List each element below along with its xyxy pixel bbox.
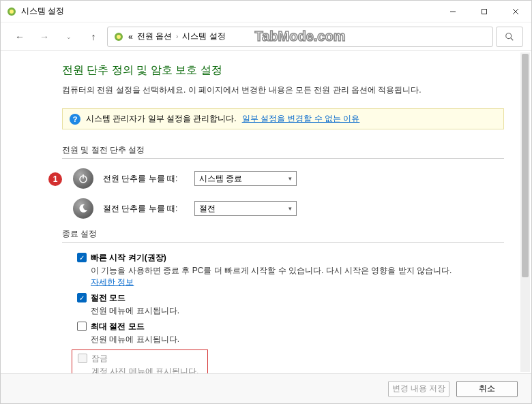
sleep-mode-item: ✓ 절전 모드 [62, 292, 504, 304]
app-icon [6, 6, 17, 17]
fast-startup-label: 빠른 시작 켜기(권장) [91, 253, 166, 262]
up-button[interactable]: ↑ [83, 26, 104, 48]
lock-checkbox [78, 354, 87, 363]
page-title: 전원 단추 정의 및 암호 보호 설정 [62, 63, 504, 78]
forward-button[interactable]: → [33, 26, 55, 48]
search-box[interactable] [496, 27, 523, 47]
sleep-mode-checkbox[interactable]: ✓ [77, 293, 87, 302]
breadcrumb[interactable]: « 전원 옵션 › 시스템 설정 TabMode.com [107, 27, 493, 47]
vertical-scrollbar[interactable] [520, 52, 530, 372]
chevron-down-icon: ▾ [289, 175, 292, 182]
content-area: 전원 단추 정의 및 암호 보호 설정 컴퓨터의 전원 설정을 선택하세요. 이… [1, 51, 531, 373]
svg-rect-3 [482, 9, 487, 14]
power-button-label: 전원 단추를 누를 때: [103, 173, 185, 185]
breadcrumb-parent[interactable]: 전원 옵션 [137, 31, 172, 42]
lock-desc: 계정 사진 메뉴에 표시됩니다. [72, 366, 203, 373]
chevron-right-icon: › [176, 33, 178, 40]
annotation-1: 1 [48, 172, 62, 186]
shutdown-section-header: 종료 설정 [62, 228, 504, 243]
close-button[interactable] [500, 1, 531, 22]
fast-startup-item: ✓ 빠른 시작 켜기(권장) [62, 252, 504, 264]
lock-highlight-box: 잠금 계정 사진 메뉴에 표시됩니다. [72, 349, 208, 373]
power-icon [73, 168, 93, 189]
chevron-down-icon: ▾ [289, 205, 292, 212]
info-icon: ? [70, 114, 80, 125]
navbar: ← → ⌄ ↑ « 전원 옵션 › 시스템 설정 TabMode.com [1, 22, 531, 51]
minimize-button[interactable] [437, 1, 469, 22]
lock-label: 잠금 [91, 354, 108, 363]
cancel-button[interactable]: 취소 [456, 381, 518, 397]
breadcrumb-prefix: « [128, 32, 133, 42]
breadcrumb-icon [113, 31, 124, 42]
admin-info-banner: ? 시스템 관리자가 일부 설정을 관리합니다. 일부 설정을 변경할 수 없는… [62, 108, 504, 129]
watermark: TabMode.com [255, 29, 346, 44]
svg-point-7 [117, 35, 121, 39]
fast-startup-link[interactable]: 자세한 정보 [91, 277, 134, 287]
hibernate-label: 최대 절전 모드 [91, 322, 145, 331]
sleep-button-dropdown[interactable]: 절전 ▾ [194, 201, 297, 216]
sleep-mode-label: 절전 모드 [91, 293, 125, 302]
banner-link[interactable]: 일부 설정을 변경할 수 없는 이유 [242, 113, 360, 125]
page-description: 컴퓨터의 전원 설정을 선택하세요. 이 페이지에서 변경한 내용은 모든 전원… [62, 84, 504, 96]
hibernate-checkbox[interactable] [77, 322, 87, 331]
sleep-button-label: 절전 단추를 누를 때: [103, 203, 185, 215]
recent-dropdown[interactable]: ⌄ [58, 26, 80, 48]
svg-point-8 [506, 33, 512, 38]
power-button-row: 전원 단추를 누를 때: 시스템 종료 ▾ [62, 168, 504, 189]
search-icon [505, 32, 514, 42]
window-controls [437, 1, 531, 22]
scrollbar-thumb[interactable] [522, 54, 529, 277]
power-buttons-section-header: 전원 및 절전 단추 설정 [62, 144, 504, 159]
svg-line-9 [511, 37, 514, 40]
maximize-button[interactable] [469, 1, 500, 22]
fast-startup-checkbox[interactable]: ✓ [77, 253, 87, 262]
back-button[interactable]: ← [9, 26, 31, 48]
power-button-dropdown[interactable]: 시스템 종료 ▾ [194, 171, 297, 186]
hibernate-desc: 전원 메뉴에 표시됩니다. [62, 334, 504, 345]
footer: 변경 내용 저장 취소 [1, 373, 531, 403]
sleep-dropdown-value: 절전 [199, 203, 216, 215]
breadcrumb-current[interactable]: 시스템 설정 [182, 31, 225, 42]
lock-item: 잠금 [72, 353, 203, 364]
titlebar: 시스템 설정 [1, 1, 531, 22]
hibernate-item: 최대 절전 모드 [62, 321, 504, 332]
fast-startup-desc: 이 기능을 사용하면 종료 후 PC를 더 빠르게 시작할 수 있습니다. 다시… [62, 265, 504, 288]
save-button: 변경 내용 저장 [388, 381, 449, 397]
sleep-button-row: 절전 단추를 누를 때: 절전 ▾ [62, 198, 504, 219]
window-title: 시스템 설정 [21, 5, 437, 17]
window-frame: 시스템 설정 ← → ⌄ ↑ « 전원 옵션 › 시스템 설정 TabMo [0, 0, 532, 404]
sleep-mode-desc: 전원 메뉴에 표시됩니다. [62, 305, 504, 317]
banner-text: 시스템 관리자가 일부 설정을 관리합니다. [86, 113, 237, 125]
sleep-icon [73, 198, 93, 219]
svg-point-1 [10, 10, 14, 14]
power-dropdown-value: 시스템 종료 [199, 173, 242, 185]
